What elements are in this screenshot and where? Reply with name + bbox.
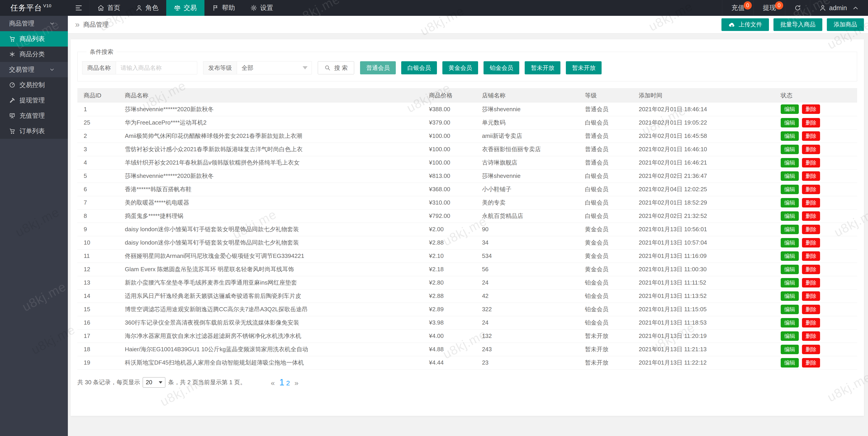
delete-button[interactable]: 删除 <box>802 211 820 221</box>
sidebar-item-goods-list[interactable]: 商品列表 <box>0 31 68 46</box>
edit-button[interactable]: 编辑 <box>781 238 799 247</box>
edit-button[interactable]: 编辑 <box>781 225 799 234</box>
edit-button[interactable]: 编辑 <box>781 118 799 128</box>
nav-item-settings[interactable]: 设置 <box>243 0 281 16</box>
edit-button[interactable]: 编辑 <box>781 345 799 354</box>
sidebar-item-order-list[interactable]: 订单列表 <box>0 124 68 139</box>
sidebar-item-label: 交易管理 <box>9 65 34 74</box>
page-2-button[interactable]: 2 <box>286 379 290 387</box>
chevron-down-icon <box>49 21 55 26</box>
nav-item-withdraw[interactable]: 提现 0 <box>753 0 785 16</box>
level-filter-button-0[interactable]: 普通会员 <box>360 61 396 74</box>
edit-button[interactable]: 编辑 <box>781 278 799 288</box>
user-menu[interactable]: admin <box>810 0 868 16</box>
edit-button[interactable]: 编辑 <box>781 265 799 274</box>
cell-id: 4 <box>78 156 123 169</box>
page-1-button[interactable]: 1 <box>279 377 284 388</box>
cell-actions: 编辑删除 <box>778 249 857 263</box>
delete-button[interactable]: 删除 <box>802 198 820 207</box>
nav-item-home[interactable]: 首页 <box>90 0 128 16</box>
cell-time: 2021年02月02日 21:32:52 <box>637 209 778 223</box>
edit-button[interactable]: 编辑 <box>781 158 799 167</box>
sidebar-item-recharge-manage[interactable]: 充值管理 <box>0 108 68 124</box>
sidebar-item-goods-manage[interactable]: 商品管理 <box>0 16 68 31</box>
delete-button[interactable]: 删除 <box>802 145 820 154</box>
level-filter-button-1[interactable]: 白银会员 <box>401 61 437 74</box>
edit-button[interactable]: 编辑 <box>781 358 799 368</box>
cell-name: Amii极简帅气休闲印花仿醋酸棒球领外套女2021春季新款短款上衣潮 <box>123 129 427 143</box>
cell-name: 雪纺衬衫女设计感小众2021春季新款韩版港味复古洋气时尚白色上衣 <box>123 143 427 156</box>
cell-shop: 243 <box>480 343 583 356</box>
delete-button[interactable]: 删除 <box>802 185 820 194</box>
batch-import-button[interactable]: 批量导入商品 <box>773 18 822 31</box>
delete-button[interactable]: 删除 <box>802 118 820 128</box>
cell-time: 2021年01月13日 11:15:05 <box>637 303 778 316</box>
caret-down-icon <box>159 381 162 383</box>
nav-item-roles[interactable]: 角色 <box>128 0 166 16</box>
level-filter-button-4[interactable]: 暂未开放 <box>525 61 560 74</box>
cell-price: ¥2.10 <box>427 249 480 263</box>
edit-button[interactable]: 编辑 <box>781 171 799 181</box>
cell-price: ¥388.00 <box>427 103 480 116</box>
edit-button[interactable]: 编辑 <box>781 104 799 114</box>
sidebar-item-trade-control[interactable]: 交易控制 <box>0 77 68 93</box>
delete-button[interactable]: 删除 <box>802 225 820 234</box>
cell-id: 15 <box>78 303 123 316</box>
delete-button[interactable]: 删除 <box>802 131 820 141</box>
delete-button[interactable]: 删除 <box>802 358 820 368</box>
delete-button[interactable]: 删除 <box>802 158 820 167</box>
delete-button[interactable]: 删除 <box>802 278 820 288</box>
prev-page-button[interactable]: « <box>271 379 275 387</box>
sidebar-item-goods-category[interactable]: 商品分类 <box>0 46 68 62</box>
edit-button[interactable]: 编辑 <box>781 251 799 261</box>
search-button[interactable]: 搜 索 <box>318 61 354 74</box>
level-filter-button-3[interactable]: 铂金会员 <box>484 61 519 74</box>
add-goods-button[interactable]: 添加商品 <box>827 18 864 31</box>
upload-file-button[interactable]: 上传文件 <box>721 18 769 31</box>
table-row: 16360行车记录仪全景高清夜视倒车载前后双录无线流媒体影像免安装¥3.9824… <box>78 316 857 329</box>
delete-button[interactable]: 删除 <box>802 265 820 274</box>
edit-button[interactable]: 编辑 <box>781 331 799 341</box>
home-icon <box>97 4 104 11</box>
delete-button[interactable]: 删除 <box>802 171 820 181</box>
delete-button[interactable]: 删除 <box>802 291 820 301</box>
cell-price: ¥3.98 <box>427 316 480 329</box>
next-page-button[interactable]: » <box>294 379 299 387</box>
edit-button[interactable]: 编辑 <box>781 145 799 154</box>
cell-level: 黄金会员 <box>583 236 637 249</box>
menu-toggle-button[interactable] <box>68 0 90 16</box>
edit-button[interactable]: 编辑 <box>781 211 799 221</box>
cell-price: ¥792.00 <box>427 209 480 223</box>
sidebar-item-trade-manage[interactable]: 交易管理 <box>0 62 68 77</box>
nav-item-help[interactable]: 帮助 <box>205 0 243 16</box>
delete-button[interactable]: 删除 <box>802 251 820 261</box>
cell-name: daisy london迷你小雏菊耳钉手链套装女明星饰品同款七夕礼物套装 <box>123 236 427 249</box>
edit-button[interactable]: 编辑 <box>781 318 799 328</box>
delete-button[interactable]: 删除 <box>802 238 820 247</box>
level-filter-button-5[interactable]: 暂未开放 <box>566 61 601 74</box>
nav-item-recharge[interactable]: 充值 0 <box>722 0 753 16</box>
sidebar-item-withdraw-manage[interactable]: 提现管理 <box>0 93 68 108</box>
delete-button[interactable]: 删除 <box>802 305 820 314</box>
delete-button[interactable]: 删除 <box>802 318 820 328</box>
delete-button[interactable]: 删除 <box>802 104 820 114</box>
per-page-select[interactable]: 20 <box>143 377 165 388</box>
nav-item-trade[interactable]: 交易 <box>166 0 205 16</box>
delete-button[interactable]: 删除 <box>802 345 820 354</box>
edit-button[interactable]: 编辑 <box>781 291 799 301</box>
edit-button[interactable]: 编辑 <box>781 131 799 141</box>
delete-button[interactable]: 删除 <box>802 331 820 341</box>
refresh-button[interactable] <box>785 0 810 16</box>
cell-actions: 编辑删除 <box>778 103 857 116</box>
cell-time: 2021年01月13日 11:16:09 <box>637 249 778 263</box>
edit-button[interactable]: 编辑 <box>781 305 799 314</box>
edit-button[interactable]: 编辑 <box>781 185 799 194</box>
goods-name-input[interactable] <box>116 62 197 74</box>
cell-id: 9 <box>78 223 123 236</box>
edit-button[interactable]: 编辑 <box>781 198 799 207</box>
cell-shop: 34 <box>480 236 583 249</box>
publish-level-select[interactable]: 全部 <box>237 62 312 74</box>
cell-id: 11 <box>78 249 123 263</box>
sidebar: 商品管理商品列表商品分类交易管理交易控制提现管理充值管理订单列表 <box>0 16 68 436</box>
level-filter-button-2[interactable]: 黄金会员 <box>442 61 478 74</box>
